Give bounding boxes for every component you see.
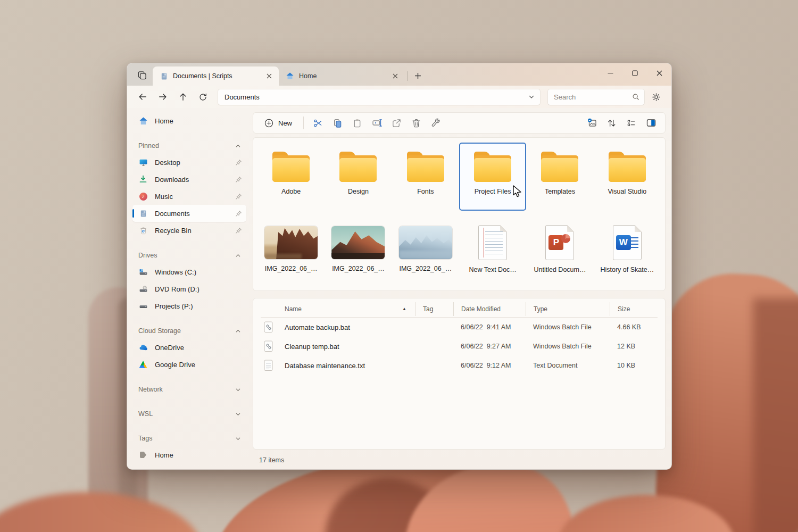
- sidebar-item-home[interactable]: Home: [132, 112, 246, 129]
- sidebar-toggle-button[interactable]: [132, 67, 151, 83]
- sidebar-item-label: Documents: [155, 210, 228, 218]
- folder-tile-selected[interactable]: Project Files: [459, 143, 526, 211]
- section-header-wsl[interactable]: WSL: [132, 406, 246, 422]
- mouse-cursor: [512, 185, 524, 198]
- folder-tile[interactable]: Adobe: [257, 143, 325, 211]
- sort-button[interactable]: [602, 114, 621, 132]
- tab-close-button[interactable]: [390, 71, 401, 81]
- pin-icon[interactable]: [235, 210, 242, 217]
- file-name: Database maintenance.txt: [279, 362, 415, 370]
- pin-icon[interactable]: [235, 176, 242, 183]
- sidebar-item-onedrive[interactable]: OneDrive: [132, 339, 246, 356]
- column-header-size[interactable]: Size: [610, 302, 658, 316]
- section-header-drives[interactable]: Drives: [132, 247, 246, 263]
- table-row[interactable]: Automate backup.bat 6/06/22 9:41 AM Wind…: [261, 318, 658, 337]
- layout-button[interactable]: [621, 114, 641, 132]
- forward-button[interactable]: [154, 88, 171, 105]
- home-icon: [285, 71, 295, 81]
- new-tab-button[interactable]: [411, 69, 425, 82]
- folder-tile[interactable]: Templates: [526, 143, 593, 211]
- search-input[interactable]: [554, 93, 632, 101]
- sidebar-item-tag-home[interactable]: Home: [132, 446, 246, 463]
- folder-icon: [405, 152, 446, 182]
- chevron-down-icon: [528, 94, 535, 100]
- sidebar-item-windows-c[interactable]: Windows (C:): [132, 263, 246, 280]
- pin-icon[interactable]: [235, 159, 242, 166]
- sort-ascending-icon: ▲: [402, 306, 406, 311]
- pin-icon[interactable]: [235, 227, 242, 234]
- table-row[interactable]: Cleanup temp.bat 6/06/22 9:27 AM Windows…: [261, 337, 658, 356]
- sidebar-item-label: Music: [155, 193, 228, 201]
- file-name: Automate backup.bat: [279, 323, 415, 331]
- table-row[interactable]: Database maintenance.txt 6/06/22 9:12 AM…: [261, 356, 658, 375]
- column-header-tag[interactable]: Tag: [415, 302, 453, 316]
- document-icon: [159, 71, 169, 81]
- minimize-button[interactable]: [598, 63, 622, 82]
- text-file-tile[interactable]: New Text Doc…: [459, 217, 526, 285]
- image-thumbnail: [264, 226, 318, 259]
- sidebar-item-downloads[interactable]: Downloads: [132, 171, 246, 188]
- tile-label: IMG_2022_06_…: [265, 265, 318, 272]
- chevron-up-icon: [235, 328, 241, 334]
- folder-tile[interactable]: Design: [325, 143, 392, 211]
- maximize-button[interactable]: [622, 63, 647, 82]
- image-file-tile[interactable]: IMG_2022_06_…: [325, 217, 392, 285]
- column-label: Size: [618, 305, 630, 313]
- section-header-network[interactable]: Network: [132, 381, 246, 397]
- folder-tile[interactable]: Fonts: [392, 143, 459, 211]
- panes-icon: [137, 70, 147, 80]
- tab-documents-scripts[interactable]: Documents | Scripts: [153, 66, 279, 86]
- file-name: Cleanup temp.bat: [279, 343, 415, 351]
- back-button[interactable]: [134, 88, 151, 105]
- chevron-down-icon: [235, 387, 241, 393]
- column-header-type[interactable]: Type: [526, 302, 610, 316]
- image-file-tile[interactable]: IMG_2022_06_…: [257, 217, 325, 285]
- rename-button[interactable]: [367, 114, 387, 132]
- sidebar-item-desktop[interactable]: Desktop: [132, 154, 246, 171]
- file-size: 12 KB: [610, 343, 658, 350]
- sidebar-item-projects-p[interactable]: Projects (P:): [132, 297, 246, 314]
- close-window-button[interactable]: [647, 63, 671, 82]
- sidebar-item-label: Projects (P:): [155, 302, 242, 310]
- cut-button[interactable]: [308, 114, 328, 132]
- properties-button[interactable]: [426, 114, 446, 132]
- section-title: WSL: [138, 410, 153, 418]
- sidebar-item-documents[interactable]: Documents: [132, 205, 246, 222]
- settings-button[interactable]: [647, 88, 665, 105]
- paste-button[interactable]: [347, 114, 367, 132]
- sidebar-item-recycle-bin[interactable]: Recycle Bin: [132, 222, 246, 239]
- chevron-up-icon: [235, 253, 241, 259]
- sidebar-item-music[interactable]: ♪ Music: [132, 188, 246, 205]
- refresh-button[interactable]: [194, 88, 212, 105]
- column-header-date-modified[interactable]: Date Modified: [453, 302, 526, 316]
- delete-button[interactable]: [406, 114, 426, 132]
- new-button[interactable]: New: [257, 114, 299, 131]
- sidebar-item-google-drive[interactable]: Google Drive: [132, 356, 246, 373]
- file-date: 6/06/22 9:41 AM: [453, 323, 526, 331]
- arrow-left-icon: [138, 92, 147, 102]
- address-bar[interactable]: Documents: [218, 89, 541, 105]
- tile-label: Fonts: [417, 188, 434, 195]
- image-file-tile[interactable]: IMG_2022_06_…: [392, 217, 459, 285]
- page-art: [483, 228, 484, 257]
- details-pane-button[interactable]: [641, 114, 661, 132]
- rename-icon: [372, 118, 383, 128]
- section-header-tags[interactable]: Tags: [132, 430, 246, 446]
- up-button[interactable]: [174, 88, 192, 105]
- section-header-cloud-storage[interactable]: Cloud Storage: [132, 323, 246, 339]
- section-header-pinned[interactable]: Pinned: [132, 138, 246, 154]
- word-file-icon: W: [613, 225, 642, 260]
- sidebar-item-dvd-d[interactable]: DVD Rom (D:): [132, 280, 246, 297]
- tab-close-button[interactable]: [264, 71, 275, 81]
- toolbar-right-group: [582, 114, 661, 132]
- copy-button[interactable]: [328, 114, 347, 132]
- tab-home[interactable]: Home: [279, 66, 405, 86]
- tab-label: Documents | Scripts: [173, 72, 260, 80]
- column-header-name[interactable]: Name ▲: [279, 302, 415, 316]
- image-check-button[interactable]: [582, 114, 602, 132]
- word-file-tile[interactable]: W History of Skate…: [594, 217, 661, 285]
- powerpoint-file-tile[interactable]: P Untitled Docum…: [526, 217, 593, 285]
- share-button[interactable]: [387, 114, 406, 132]
- folder-tile[interactable]: Visual Studio: [594, 143, 661, 211]
- pin-icon[interactable]: [235, 193, 242, 200]
